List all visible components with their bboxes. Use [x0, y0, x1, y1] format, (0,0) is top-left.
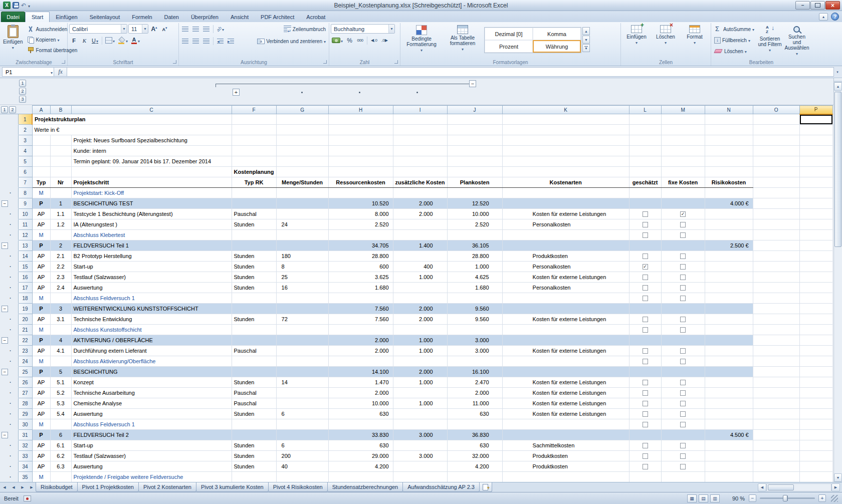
cell-O7[interactable] — [753, 177, 799, 188]
align-middle-button[interactable] — [191, 25, 200, 34]
cell-F10[interactable]: Pauschal — [232, 209, 276, 219]
cell-O26[interactable] — [753, 377, 799, 388]
cell-A2[interactable]: Werte in € — [32, 125, 232, 135]
cell-I15[interactable]: 400 — [393, 262, 447, 272]
row-header-18[interactable]: 18 — [18, 293, 32, 304]
cell-F5[interactable] — [232, 156, 276, 167]
previous-sheet-icon[interactable] — [9, 482, 18, 492]
cell-I16[interactable]: 1.000 — [393, 272, 447, 283]
scroll-down-icon[interactable] — [834, 473, 842, 482]
checkbox[interactable] — [680, 411, 686, 417]
cell-O17[interactable] — [753, 283, 799, 293]
cell-C33[interactable]: Testlauf (Salzwasser) — [71, 451, 232, 461]
ribbon-tab-start[interactable]: Start — [25, 12, 50, 22]
cell-C8[interactable]: Projektstart: Kick-Off — [71, 188, 232, 198]
cell-K20[interactable]: Kosten für externe Leistungen — [502, 314, 629, 325]
row-header-3[interactable]: 3 — [18, 135, 32, 146]
cell-M13[interactable] — [661, 240, 705, 251]
cell-N33[interactable] — [705, 451, 753, 461]
row-header-6[interactable]: 6 — [18, 167, 32, 177]
minimize-ribbon-icon[interactable] — [819, 13, 828, 21]
checkbox[interactable] — [680, 453, 686, 459]
ribbon-tab-ansicht[interactable]: Ansicht — [225, 12, 255, 22]
row-header-23[interactable]: 23 — [18, 346, 32, 356]
checkbox[interactable] — [643, 359, 648, 364]
fill-color-button[interactable] — [117, 36, 129, 45]
cell-L26[interactable] — [629, 377, 661, 388]
cell-B35[interactable] — [50, 472, 71, 482]
cell-J8[interactable] — [447, 188, 502, 198]
cell-J21[interactable] — [447, 325, 502, 335]
row-header-15[interactable]: 15 — [18, 262, 32, 272]
cell-B4[interactable] — [50, 146, 71, 156]
vertical-scrollbar[interactable] — [833, 78, 842, 482]
cell-L24[interactable] — [629, 356, 661, 367]
close-button[interactable] — [825, 1, 840, 10]
cell-B7[interactable]: Nr — [50, 177, 71, 188]
cell-N20[interactable] — [705, 314, 753, 325]
cell-A22[interactable]: P — [32, 335, 50, 346]
cell-P3[interactable] — [799, 135, 832, 146]
row-header-5[interactable]: 5 — [18, 156, 32, 167]
cell-M15[interactable] — [661, 262, 705, 272]
cell-H9[interactable]: 10.520 — [328, 198, 393, 209]
checkbox[interactable] — [643, 453, 648, 459]
cell-H1[interactable] — [328, 114, 393, 125]
column-collapse-icon[interactable] — [469, 80, 476, 87]
cell-M7[interactable]: fixe Kosten — [661, 177, 705, 188]
orientation-button[interactable] — [216, 25, 225, 34]
row-header-29[interactable]: 29 — [18, 409, 32, 419]
cell-L10[interactable] — [629, 209, 661, 219]
cell-L11[interactable] — [629, 219, 661, 230]
cell-L8[interactable] — [629, 188, 661, 198]
zoom-slider-thumb[interactable] — [783, 495, 787, 501]
cell-H5[interactable] — [328, 156, 393, 167]
borders-dropdown-icon[interactable] — [113, 38, 115, 44]
checkbox[interactable] — [680, 348, 686, 354]
insert-function-button[interactable]: fx — [54, 67, 67, 77]
cell-K33[interactable]: Produktkosten — [502, 451, 629, 461]
cell-K14[interactable]: Produktkosten — [502, 251, 629, 262]
cell-N10[interactable] — [705, 209, 753, 219]
checkbox[interactable] — [643, 380, 648, 385]
cell-A7[interactable]: Typ — [32, 177, 50, 188]
checkbox[interactable] — [643, 275, 648, 280]
cell-P9[interactable] — [799, 198, 832, 209]
cell-I30[interactable] — [393, 419, 447, 430]
cell-M18[interactable] — [661, 293, 705, 304]
ribbon-tab-überprüfen[interactable]: Überprüfen — [185, 12, 225, 22]
cell-N27[interactable] — [705, 388, 753, 398]
checkbox[interactable] — [680, 296, 686, 301]
cell-P26[interactable] — [799, 377, 832, 388]
cell-J33[interactable]: 32.000 — [447, 451, 502, 461]
cell-J25[interactable]: 16.100 — [447, 367, 502, 377]
cell-F15[interactable]: Stunden — [232, 262, 276, 272]
cell-M11[interactable] — [661, 219, 705, 230]
cell-G23[interactable] — [276, 346, 328, 356]
cell-N24[interactable] — [705, 356, 753, 367]
cell-K35[interactable] — [502, 472, 629, 482]
cell-N31[interactable]: 4.500 € — [705, 430, 753, 440]
cell-O20[interactable] — [753, 314, 799, 325]
cell-I23[interactable]: 1.000 — [393, 346, 447, 356]
checkbox[interactable] — [680, 443, 686, 448]
cell-P12[interactable] — [799, 230, 832, 240]
cell-O32[interactable] — [753, 440, 799, 451]
cell-O33[interactable] — [753, 451, 799, 461]
cell-P11[interactable] — [799, 219, 832, 230]
number-format-dropdown-icon[interactable] — [388, 25, 394, 33]
cell-J6[interactable] — [447, 167, 502, 177]
cell-H19[interactable]: 7.560 — [328, 304, 393, 314]
format-cells-button[interactable]: Format — [681, 24, 709, 57]
cell-A13[interactable]: P — [32, 240, 50, 251]
underline-button[interactable]: U — [90, 36, 100, 45]
checkbox[interactable] — [643, 464, 648, 469]
font-size-dropdown-icon[interactable] — [142, 25, 148, 33]
cell-L33[interactable] — [629, 451, 661, 461]
gallery-up-icon[interactable] — [582, 27, 590, 35]
cell-G16[interactable]: 25 — [276, 272, 328, 283]
cell-P13[interactable] — [799, 240, 832, 251]
cell-C30[interactable]: Abschluss Feldversuch 1 — [71, 419, 232, 430]
cell-O30[interactable] — [753, 419, 799, 430]
column-header-B[interactable]: B — [50, 106, 71, 114]
